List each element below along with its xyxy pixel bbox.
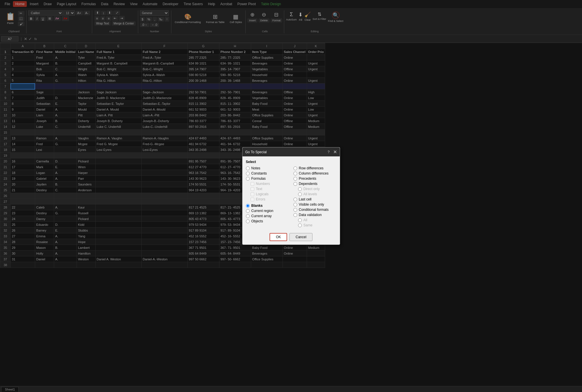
radio-blanks-input[interactable] <box>246 204 250 208</box>
dialog-select-label: Select <box>246 160 336 164</box>
radio-visible-only[interactable]: Visible cells only <box>293 202 336 207</box>
radio-dependents[interactable]: Dependents <box>293 182 336 186</box>
radio-current-array[interactable]: Current array <box>246 214 289 218</box>
checkbox-numbers[interactable]: Numbers <box>251 182 289 186</box>
dialog-help-button[interactable]: ? <box>328 150 330 154</box>
radio-precedents-input[interactable] <box>293 177 297 181</box>
radio-formulas[interactable]: Formulas <box>246 177 289 181</box>
radio-formulas-input[interactable] <box>246 177 250 181</box>
radio-current-region[interactable]: Current region <box>246 209 289 213</box>
dialog-body: Select Notes Constants Formulas <box>242 156 340 231</box>
radio-same-input[interactable] <box>298 224 302 227</box>
checkbox-numbers-input <box>251 182 254 186</box>
radio-objects[interactable]: Objects <box>246 219 289 223</box>
radio-notes-input[interactable] <box>246 166 250 170</box>
radio-last-cell-input[interactable] <box>293 198 297 201</box>
radio-all-levels[interactable]: All levels <box>298 192 336 196</box>
dialog-close-button[interactable]: ✕ <box>333 149 337 155</box>
radio-data-validation-input[interactable] <box>293 213 297 217</box>
radio-objects-input[interactable] <box>246 219 250 223</box>
radio-current-array-input[interactable] <box>246 214 250 218</box>
cancel-button[interactable]: Cancel <box>289 233 312 241</box>
radio-all-levels-input[interactable] <box>298 192 302 196</box>
checkbox-logicals-input <box>251 192 254 196</box>
checkbox-logicals[interactable]: Logicals <box>251 192 289 196</box>
dialog-right-column: Row differences Column differences Prece… <box>293 166 336 227</box>
radio-col-diff[interactable]: Column differences <box>293 171 336 175</box>
radio-constants[interactable]: Constants <box>246 171 289 175</box>
dialog-title-bar: Go To Special ? ✕ <box>242 147 340 156</box>
radio-cond-formats[interactable]: Conditional formats <box>293 208 336 212</box>
radio-all-input[interactable] <box>298 218 302 222</box>
radio-direct-only-input[interactable] <box>298 187 302 191</box>
checkbox-errors-input <box>251 198 254 201</box>
radio-col-diff-input[interactable] <box>293 172 297 175</box>
radio-notes[interactable]: Notes <box>246 166 289 170</box>
checkbox-text[interactable]: Text <box>251 187 289 191</box>
radio-same[interactable]: Same <box>298 223 336 227</box>
radio-precedents[interactable]: Precedents <box>293 177 336 181</box>
go-to-special-dialog: Go To Special ? ✕ Select Notes Constants <box>242 147 340 245</box>
radio-blanks[interactable]: Blanks <box>246 204 289 208</box>
radio-constants-input[interactable] <box>246 172 250 175</box>
checkbox-errors[interactable]: Errors <box>251 197 289 201</box>
ok-button[interactable]: OK <box>270 233 287 241</box>
radio-data-validation[interactable]: Data validation <box>293 213 336 217</box>
checkbox-text-input <box>251 187 254 191</box>
dialog-title: Go To Special <box>245 150 267 154</box>
radio-current-region-input[interactable] <box>246 209 250 213</box>
radio-all[interactable]: All <box>298 218 336 222</box>
radio-last-cell[interactable]: Last cell <box>293 197 336 201</box>
dialog-left-column: Notes Constants Formulas Numbers <box>246 166 289 227</box>
dialog-footer: OK Cancel <box>242 231 340 245</box>
radio-direct-only[interactable]: Direct only <box>298 187 336 191</box>
dialog-overlay: Go To Special ? ✕ Select Notes Constants <box>0 0 582 392</box>
radio-row-diff[interactable]: Row differences <box>293 166 336 170</box>
radio-visible-only-input[interactable] <box>293 203 297 207</box>
radio-cond-formats-input[interactable] <box>293 208 297 212</box>
radio-row-diff-input[interactable] <box>293 166 297 170</box>
radio-dependents-input[interactable] <box>293 182 297 186</box>
